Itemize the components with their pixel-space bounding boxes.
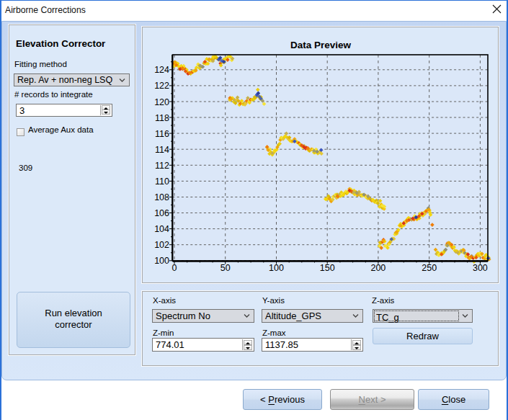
svg-text:104: 104 bbox=[154, 224, 169, 234]
svg-text:116: 116 bbox=[155, 129, 169, 139]
svg-text:120: 120 bbox=[154, 97, 169, 107]
svg-text:112: 112 bbox=[155, 161, 169, 171]
svg-text:150: 150 bbox=[320, 263, 335, 273]
svg-text:250: 250 bbox=[422, 263, 437, 273]
svg-text:124: 124 bbox=[154, 65, 169, 75]
svg-text:300: 300 bbox=[473, 263, 488, 273]
svg-text:114: 114 bbox=[155, 145, 169, 155]
svg-text:200: 200 bbox=[370, 263, 386, 273]
svg-text:106: 106 bbox=[154, 208, 169, 218]
svg-text:0: 0 bbox=[172, 263, 177, 273]
svg-text:118: 118 bbox=[155, 113, 169, 123]
svg-text:108: 108 bbox=[154, 192, 169, 202]
svg-text:110: 110 bbox=[155, 177, 169, 187]
svg-text:122: 122 bbox=[154, 81, 169, 91]
svg-text:102: 102 bbox=[154, 240, 169, 250]
svg-text:100: 100 bbox=[154, 256, 169, 266]
svg-text:Data Preview: Data Preview bbox=[290, 40, 352, 50]
svg-text:100: 100 bbox=[269, 263, 284, 273]
svg-text:50: 50 bbox=[220, 263, 231, 273]
